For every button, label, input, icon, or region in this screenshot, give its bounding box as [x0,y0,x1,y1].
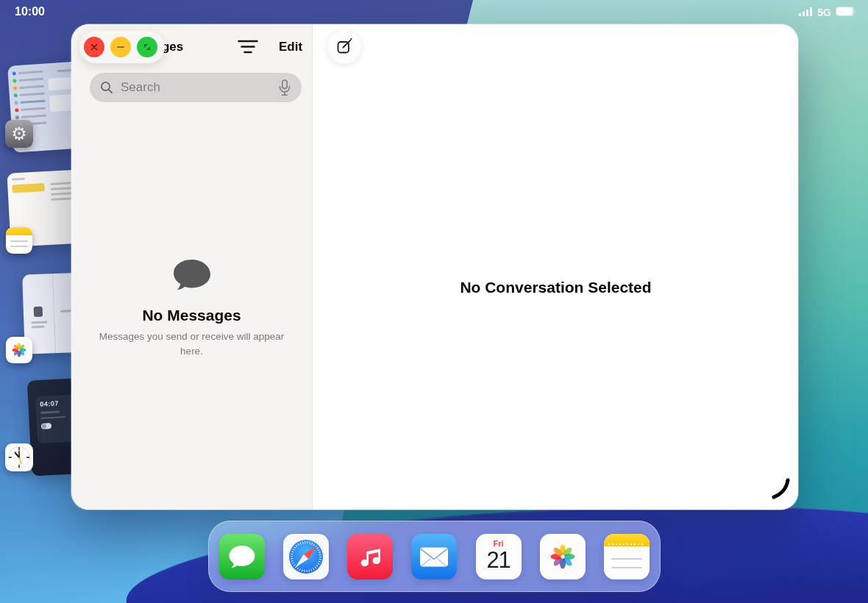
close-button[interactable] [84,37,104,57]
ipad-screen: 10:00 5G [0,0,868,603]
notes-icon[interactable] [6,227,32,254]
dock: Fri 21 [208,521,661,592]
notes-thumb-selected-note [12,183,45,193]
dock-mail-icon[interactable] [411,534,457,579]
status-time: 10:00 [15,5,45,18]
filter-lines-icon [237,46,259,59]
dock-photos-icon[interactable] [540,534,586,579]
messages-window: No Messages Messages you send or receive… [71,24,798,510]
calendar-day: 21 [476,548,522,573]
clock-icon[interactable] [5,443,33,471]
sidebar-empty-subtitle: Messages you send or receive will appear… [99,329,285,359]
sidebar-empty-title: No Messages [71,307,312,324]
battery-icon [836,6,856,19]
filter-button[interactable] [237,38,259,58]
dock-music-icon[interactable] [347,534,393,579]
minimize-button[interactable] [110,37,131,57]
speech-bubble-icon [171,283,213,296]
status-right-cluster: 5G [799,6,856,19]
search-bar [90,73,302,102]
window-resize-handle[interactable] [766,477,791,505]
compose-button[interactable] [327,30,361,64]
dock-calendar-icon[interactable]: Fri 21 [476,534,522,579]
dock-notes-icon[interactable] [604,534,650,579]
conversation-sidebar: No Messages Messages you send or receive… [71,24,313,510]
signal-bars-icon [799,6,813,19]
calendar-weekday: Fri [476,540,522,548]
conversation-detail-pane: No Conversation Selected [313,24,798,510]
compose-icon [335,37,354,58]
search-input[interactable] [90,73,302,102]
network-type-label: 5G [817,7,831,18]
clock-widget-time: 04:07 [40,399,71,408]
dock-messages-icon[interactable] [219,534,265,579]
gear-icon[interactable]: ⚙ [5,120,33,148]
sidebar-empty-state: No Messages Messages you send or receive… [71,258,312,359]
edit-button[interactable]: Edit [279,40,302,54]
detail-empty-title: No Conversation Selected [313,279,798,296]
photos-flower-icon[interactable] [6,337,32,363]
magnifier-icon [100,81,113,97]
dock-safari-icon[interactable] [283,534,329,579]
zoom-button[interactable] [137,37,157,57]
mic-icon[interactable] [278,79,291,99]
window-controls-pill [79,31,165,63]
